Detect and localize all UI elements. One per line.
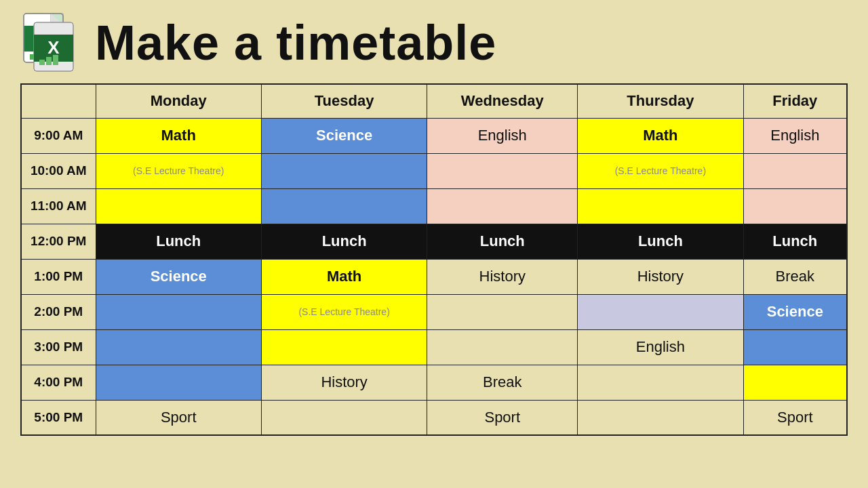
timetable-container: Monday Tuesday Wednesday Thursday Friday… (0, 80, 868, 443)
time-cell: 2:00 PM (21, 294, 96, 329)
schedule-cell: Lunch (261, 224, 427, 259)
schedule-cell: Sport (427, 400, 578, 435)
page-title: Make a timetable (95, 15, 496, 70)
schedule-cell: Sport (96, 400, 261, 435)
schedule-cell (743, 365, 847, 400)
table-row: 2:00 PM(S.E Lecture Theatre)Science (21, 294, 847, 329)
time-cell: 11:00 AM (21, 188, 96, 224)
schedule-cell (427, 153, 578, 188)
empty-header (21, 84, 96, 118)
table-row: 1:00 PMScienceMathHistoryHistoryBreak (21, 259, 847, 294)
schedule-cell: English (427, 118, 578, 153)
schedule-cell: Lunch (427, 224, 578, 259)
svg-rect-15 (53, 55, 58, 65)
schedule-cell: Math (578, 118, 743, 153)
thursday-header: Thursday (578, 84, 743, 118)
excel-icon: X X (20, 12, 81, 73)
schedule-cell: Math (261, 259, 427, 294)
time-cell: 9:00 AM (21, 118, 96, 153)
schedule-cell: Science (96, 259, 261, 294)
tuesday-header: Tuesday (261, 84, 427, 118)
schedule-cell: (S.E Lecture Theatre) (96, 153, 261, 188)
table-row: 10:00 AM(S.E Lecture Theatre)(S.E Lectur… (21, 153, 847, 188)
timetable: Monday Tuesday Wednesday Thursday Friday… (20, 83, 848, 436)
schedule-cell (427, 294, 578, 329)
schedule-cell (261, 329, 427, 365)
schedule-cell: History (427, 259, 578, 294)
time-cell: 1:00 PM (21, 259, 96, 294)
table-row: 5:00 PMSportSportSport (21, 400, 847, 435)
schedule-cell: Lunch (578, 224, 743, 259)
schedule-cell: Science (261, 118, 427, 153)
table-row: 4:00 PMHistoryBreak (21, 365, 847, 400)
svg-rect-14 (46, 57, 52, 65)
table-row: 3:00 PMEnglish (21, 329, 847, 365)
time-cell: 4:00 PM (21, 365, 96, 400)
time-cell: 5:00 PM (21, 400, 96, 435)
schedule-cell (261, 188, 427, 224)
schedule-cell (261, 400, 427, 435)
schedule-cell (578, 365, 743, 400)
schedule-cell (261, 153, 427, 188)
time-cell: 10:00 AM (21, 153, 96, 188)
schedule-cell (96, 329, 261, 365)
friday-header: Friday (743, 84, 847, 118)
svg-text:X: X (47, 37, 60, 58)
wednesday-header: Wednesday (427, 84, 578, 118)
schedule-cell: English (578, 329, 743, 365)
schedule-cell (743, 153, 847, 188)
schedule-cell (96, 365, 261, 400)
schedule-cell: Sport (743, 400, 847, 435)
schedule-cell: Break (743, 259, 847, 294)
schedule-cell: Math (96, 118, 261, 153)
schedule-cell: Science (743, 294, 847, 329)
schedule-cell: Break (427, 365, 578, 400)
schedule-cell (743, 329, 847, 365)
schedule-cell (427, 188, 578, 224)
table-row: 11:00 AM (21, 188, 847, 224)
time-cell: 12:00 PM (21, 224, 96, 259)
schedule-cell (96, 294, 261, 329)
schedule-cell (578, 400, 743, 435)
schedule-cell: Lunch (743, 224, 847, 259)
schedule-cell: History (261, 365, 427, 400)
svg-rect-13 (39, 60, 45, 65)
header-row: Monday Tuesday Wednesday Thursday Friday (21, 84, 847, 118)
schedule-cell: History (578, 259, 743, 294)
table-row: 9:00 AMMathScienceEnglishMathEnglish (21, 118, 847, 153)
schedule-cell (743, 188, 847, 224)
schedule-cell: Lunch (96, 224, 261, 259)
schedule-cell (427, 329, 578, 365)
time-cell: 3:00 PM (21, 329, 96, 365)
schedule-cell (96, 188, 261, 224)
schedule-cell (578, 188, 743, 224)
header: X X Make a timetable (0, 0, 868, 80)
schedule-cell: (S.E Lecture Theatre) (578, 153, 743, 188)
schedule-cell (578, 294, 743, 329)
schedule-cell: English (743, 118, 847, 153)
monday-header: Monday (96, 84, 261, 118)
table-row: 12:00 PMLunchLunchLunchLunchLunch (21, 224, 847, 259)
schedule-cell: (S.E Lecture Theatre) (261, 294, 427, 329)
